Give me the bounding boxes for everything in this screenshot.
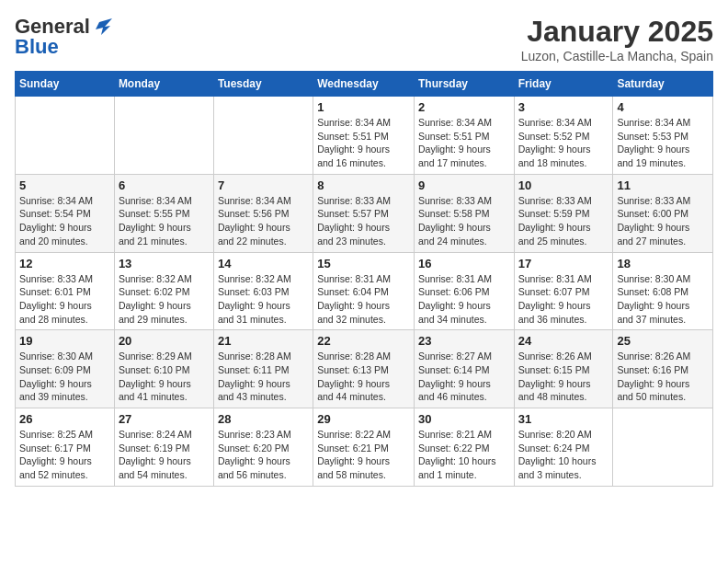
day-number: 16 [418, 257, 510, 270]
day-info: Sunrise: 8:33 AM Sunset: 5:57 PM Dayligh… [317, 194, 410, 248]
calendar-cell [114, 97, 213, 175]
calendar-cell: 16Sunrise: 8:31 AM Sunset: 6:06 PM Dayli… [414, 252, 514, 330]
calendar-cell: 24Sunrise: 8:26 AM Sunset: 6:15 PM Dayli… [514, 330, 613, 408]
day-number: 15 [317, 257, 410, 270]
day-info: Sunrise: 8:33 AM Sunset: 5:58 PM Dayligh… [418, 194, 510, 248]
day-number: 25 [617, 334, 709, 348]
calendar-cell: 22Sunrise: 8:28 AM Sunset: 6:13 PM Dayli… [313, 330, 415, 408]
logo: General Blue [15, 15, 112, 59]
day-info: Sunrise: 8:34 AM Sunset: 5:51 PM Dayligh… [317, 116, 410, 170]
calendar-week-1: 1Sunrise: 8:34 AM Sunset: 5:51 PM Daylig… [16, 97, 713, 175]
day-number: 31 [518, 412, 609, 426]
calendar-cell: 10Sunrise: 8:33 AM Sunset: 5:59 PM Dayli… [514, 174, 613, 252]
day-info: Sunrise: 8:23 AM Sunset: 6:20 PM Dayligh… [218, 428, 309, 482]
day-info: Sunrise: 8:24 AM Sunset: 6:19 PM Dayligh… [119, 428, 210, 482]
day-number: 21 [218, 334, 309, 348]
calendar-cell: 26Sunrise: 8:25 AM Sunset: 6:17 PM Dayli… [16, 408, 115, 487]
day-info: Sunrise: 8:34 AM Sunset: 5:55 PM Dayligh… [119, 194, 210, 248]
day-number: 11 [617, 178, 709, 192]
day-number: 26 [19, 412, 110, 426]
weekday-header-wednesday: Wednesday [313, 72, 415, 97]
day-info: Sunrise: 8:26 AM Sunset: 6:16 PM Dayligh… [617, 350, 709, 404]
day-info: Sunrise: 8:25 AM Sunset: 6:17 PM Dayligh… [19, 428, 110, 482]
day-number: 6 [119, 178, 210, 192]
day-info: Sunrise: 8:34 AM Sunset: 5:52 PM Dayligh… [518, 116, 609, 170]
day-info: Sunrise: 8:34 AM Sunset: 5:54 PM Dayligh… [19, 194, 110, 248]
calendar-cell: 20Sunrise: 8:29 AM Sunset: 6:10 PM Dayli… [114, 330, 213, 408]
day-number: 3 [518, 100, 609, 114]
day-number: 23 [418, 334, 510, 348]
month-title: January 2025 [521, 15, 713, 49]
day-info: Sunrise: 8:31 AM Sunset: 6:04 PM Dayligh… [317, 272, 410, 327]
day-info: Sunrise: 8:34 AM Sunset: 5:51 PM Dayligh… [418, 116, 510, 170]
calendar-cell: 28Sunrise: 8:23 AM Sunset: 6:20 PM Dayli… [213, 408, 313, 487]
logo-blue: Blue [15, 35, 59, 59]
calendar-cell: 7Sunrise: 8:34 AM Sunset: 5:56 PM Daylig… [213, 174, 313, 252]
calendar-cell: 3Sunrise: 8:34 AM Sunset: 5:52 PM Daylig… [514, 97, 613, 175]
calendar-cell: 6Sunrise: 8:34 AM Sunset: 5:55 PM Daylig… [114, 174, 213, 252]
day-info: Sunrise: 8:32 AM Sunset: 6:03 PM Dayligh… [218, 272, 309, 327]
calendar-cell: 23Sunrise: 8:27 AM Sunset: 6:14 PM Dayli… [414, 330, 514, 408]
day-number: 28 [218, 412, 309, 426]
day-info: Sunrise: 8:30 AM Sunset: 6:08 PM Dayligh… [617, 272, 709, 327]
day-number: 24 [518, 334, 609, 348]
calendar-week-2: 5Sunrise: 8:34 AM Sunset: 5:54 PM Daylig… [16, 174, 713, 252]
day-info: Sunrise: 8:28 AM Sunset: 6:11 PM Dayligh… [218, 350, 309, 404]
day-number: 1 [317, 100, 410, 114]
day-info: Sunrise: 8:30 AM Sunset: 6:09 PM Dayligh… [19, 350, 110, 404]
calendar-cell: 14Sunrise: 8:32 AM Sunset: 6:03 PM Dayli… [213, 252, 313, 330]
day-info: Sunrise: 8:27 AM Sunset: 6:14 PM Dayligh… [418, 350, 510, 404]
day-number: 2 [418, 100, 510, 114]
page-header: General Blue January 2025 Luzon, Castill… [15, 15, 713, 63]
day-info: Sunrise: 8:21 AM Sunset: 6:22 PM Dayligh… [418, 428, 510, 482]
day-info: Sunrise: 8:29 AM Sunset: 6:10 PM Dayligh… [119, 350, 210, 404]
calendar-cell: 1Sunrise: 8:34 AM Sunset: 5:51 PM Daylig… [313, 97, 415, 175]
day-number: 20 [119, 334, 210, 348]
calendar-cell: 11Sunrise: 8:33 AM Sunset: 6:00 PM Dayli… [613, 174, 713, 252]
day-number: 7 [218, 178, 309, 192]
title-block: January 2025 Luzon, Castille-La Mancha, … [521, 15, 713, 63]
logo-bird-icon [92, 18, 112, 35]
day-info: Sunrise: 8:22 AM Sunset: 6:21 PM Dayligh… [317, 428, 410, 482]
weekday-header-thursday: Thursday [414, 72, 514, 97]
calendar-week-5: 26Sunrise: 8:25 AM Sunset: 6:17 PM Dayli… [16, 408, 713, 487]
calendar-cell: 27Sunrise: 8:24 AM Sunset: 6:19 PM Dayli… [114, 408, 213, 487]
day-info: Sunrise: 8:33 AM Sunset: 5:59 PM Dayligh… [518, 194, 609, 248]
day-number: 19 [19, 334, 110, 348]
calendar-cell: 31Sunrise: 8:20 AM Sunset: 6:24 PM Dayli… [514, 408, 613, 487]
calendar-cell: 13Sunrise: 8:32 AM Sunset: 6:02 PM Dayli… [114, 252, 213, 330]
day-number: 8 [317, 178, 410, 192]
day-info: Sunrise: 8:20 AM Sunset: 6:24 PM Dayligh… [518, 428, 609, 482]
calendar-cell: 4Sunrise: 8:34 AM Sunset: 5:53 PM Daylig… [613, 97, 713, 175]
day-number: 17 [518, 257, 609, 270]
day-number: 18 [617, 257, 709, 270]
day-number: 14 [218, 257, 309, 270]
calendar-cell: 5Sunrise: 8:34 AM Sunset: 5:54 PM Daylig… [16, 174, 115, 252]
day-info: Sunrise: 8:32 AM Sunset: 6:02 PM Dayligh… [119, 272, 210, 327]
day-number: 29 [317, 412, 410, 426]
calendar-cell: 19Sunrise: 8:30 AM Sunset: 6:09 PM Dayli… [16, 330, 115, 408]
day-number: 12 [19, 257, 110, 270]
calendar-cell: 8Sunrise: 8:33 AM Sunset: 5:57 PM Daylig… [313, 174, 415, 252]
calendar-week-3: 12Sunrise: 8:33 AM Sunset: 6:01 PM Dayli… [16, 252, 713, 330]
weekday-header-monday: Monday [114, 72, 213, 97]
location: Luzon, Castille-La Mancha, Spain [521, 49, 713, 63]
day-info: Sunrise: 8:31 AM Sunset: 6:07 PM Dayligh… [518, 272, 609, 327]
weekday-header-friday: Friday [514, 72, 613, 97]
weekday-header-saturday: Saturday [613, 72, 713, 97]
calendar-cell: 21Sunrise: 8:28 AM Sunset: 6:11 PM Dayli… [213, 330, 313, 408]
weekday-header-tuesday: Tuesday [213, 72, 313, 97]
calendar-cell: 29Sunrise: 8:22 AM Sunset: 6:21 PM Dayli… [313, 408, 415, 487]
calendar-cell: 17Sunrise: 8:31 AM Sunset: 6:07 PM Dayli… [514, 252, 613, 330]
calendar-week-4: 19Sunrise: 8:30 AM Sunset: 6:09 PM Dayli… [16, 330, 713, 408]
day-info: Sunrise: 8:26 AM Sunset: 6:15 PM Dayligh… [518, 350, 609, 404]
calendar-cell: 12Sunrise: 8:33 AM Sunset: 6:01 PM Dayli… [16, 252, 115, 330]
day-info: Sunrise: 8:34 AM Sunset: 5:56 PM Dayligh… [218, 194, 309, 248]
calendar-cell [213, 97, 313, 175]
calendar-cell [613, 408, 713, 487]
calendar-cell [16, 97, 115, 175]
calendar-cell: 9Sunrise: 8:33 AM Sunset: 5:58 PM Daylig… [414, 174, 514, 252]
calendar-cell: 2Sunrise: 8:34 AM Sunset: 5:51 PM Daylig… [414, 97, 514, 175]
calendar-cell: 30Sunrise: 8:21 AM Sunset: 6:22 PM Dayli… [414, 408, 514, 487]
day-number: 22 [317, 334, 410, 348]
